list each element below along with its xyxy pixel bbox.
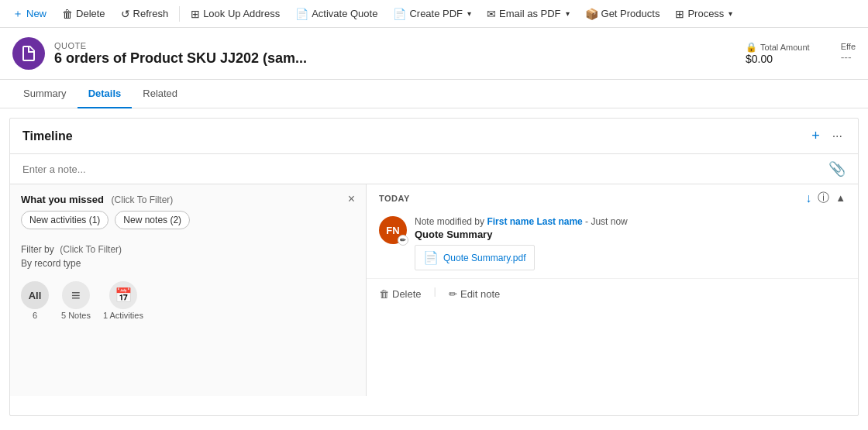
filter-click-hint[interactable]: (Click To Filter) bbox=[60, 244, 122, 255]
separator-1 bbox=[179, 6, 180, 22]
filter-section: Filter by (Click To Filter) By record ty… bbox=[10, 237, 366, 275]
feed-avatar-badge: ✏ bbox=[398, 235, 408, 246]
create-pdf-dropdown-arrow: ▾ bbox=[467, 9, 471, 18]
missed-filter-hint[interactable]: (Click To Filter) bbox=[112, 194, 174, 205]
filter-by-label: Filter by bbox=[21, 244, 54, 255]
missed-tag-notes[interactable]: New notes (2) bbox=[115, 211, 190, 229]
effective-value: --- bbox=[841, 51, 852, 64]
feed-delete-button[interactable]: 🗑 Delete bbox=[379, 285, 422, 303]
record-header: QUOTE 6 orders of Product SKU JJ202 (sam… bbox=[0, 28, 868, 80]
get-products-button[interactable]: 📦 Get Products bbox=[579, 5, 666, 23]
get-products-label: Get Products bbox=[601, 8, 660, 19]
feed-actions: ↓ ⓘ ▲ bbox=[805, 191, 846, 205]
refresh-button[interactable]: ↺ Refresh bbox=[115, 5, 175, 23]
feed-avatar: FN ✏ bbox=[379, 216, 407, 244]
tab-details[interactable]: Details bbox=[78, 80, 133, 108]
lookup-button[interactable]: ⊞ Look Up Address bbox=[184, 5, 286, 23]
missed-tag-activities[interactable]: New activities (1) bbox=[21, 211, 108, 229]
email-icon: ✉ bbox=[487, 8, 496, 20]
attachment-label: Quote Summary.pdf bbox=[443, 253, 526, 263]
missed-title-area: What you missed (Click To Filter) bbox=[21, 194, 173, 205]
total-amount-field: 🔒 Total Amount $0.00 bbox=[746, 42, 810, 65]
timeline-more-button[interactable]: ··· bbox=[829, 128, 846, 145]
filter-chip-all[interactable]: All 6 bbox=[21, 281, 49, 320]
avatar bbox=[12, 37, 45, 70]
plus-icon: ＋ bbox=[12, 7, 23, 21]
feed-attachment[interactable]: 📄 Quote Summary.pdf bbox=[415, 245, 535, 270]
top-bar: ＋ New 🗑 Delete ↺ Refresh ⊞ Look Up Addre… bbox=[0, 0, 868, 28]
tab-summary[interactable]: Summary bbox=[12, 80, 78, 108]
missed-title: What you missed bbox=[21, 194, 104, 205]
all-count: 6 bbox=[33, 311, 37, 320]
all-icon: All bbox=[21, 281, 49, 309]
create-pdf-button[interactable]: 📄 Create PDF ▾ bbox=[387, 5, 477, 23]
feed-meta: Note modified by First name Last name - … bbox=[415, 216, 846, 227]
missed-tags: New activities (1) New notes (2) bbox=[10, 211, 366, 237]
feed-info-button[interactable]: ⓘ bbox=[818, 191, 829, 205]
lock-icon: 🔒 bbox=[746, 42, 757, 53]
refresh-label: Refresh bbox=[133, 8, 169, 19]
refresh-icon: ↺ bbox=[121, 8, 130, 20]
by-record-label: By record type bbox=[21, 258, 355, 269]
tab-related[interactable]: Related bbox=[132, 80, 188, 108]
footer-separator: | bbox=[434, 285, 436, 303]
feed-date-label: TODAY ↓ ⓘ ▲ bbox=[367, 184, 858, 208]
activate-button[interactable]: 📄 Activate Quote bbox=[289, 5, 384, 23]
record-title: 6 orders of Product SKU JJ202 (sam... bbox=[54, 50, 736, 67]
feed-author: First name Last name bbox=[487, 216, 582, 227]
process-dropdown-arrow: ▾ bbox=[728, 9, 732, 18]
lookup-label: Look Up Address bbox=[203, 8, 280, 19]
notes-icon: ≡ bbox=[62, 281, 90, 309]
effective-label: Effe bbox=[841, 42, 856, 51]
email-dropdown-arrow: ▾ bbox=[566, 9, 570, 18]
edit-icon: ✏ bbox=[449, 288, 457, 300]
timeline-section: Timeline + ··· 📎 What you missed (Click … bbox=[9, 118, 859, 416]
products-icon: 📦 bbox=[585, 8, 598, 20]
feed-sort-button[interactable]: ↓ bbox=[805, 191, 811, 205]
timeline-note-input-area: 📎 bbox=[10, 154, 858, 184]
record-type: QUOTE bbox=[54, 41, 736, 50]
activities-icon: 📅 bbox=[109, 281, 137, 309]
lookup-icon: ⊞ bbox=[191, 8, 200, 20]
timeline-header: Timeline + ··· bbox=[10, 119, 858, 154]
activate-label: Activate Quote bbox=[312, 8, 377, 19]
total-amount-value: $0.00 bbox=[746, 53, 773, 65]
record-info: QUOTE 6 orders of Product SKU JJ202 (sam… bbox=[54, 41, 736, 67]
missed-header: What you missed (Click To Filter) × bbox=[10, 184, 366, 211]
feed-panel: TODAY ↓ ⓘ ▲ FN ✏ Note modified by First bbox=[367, 184, 858, 396]
record-type-filters: All 6 ≡ 5 Notes 📅 1 Activities bbox=[10, 275, 366, 326]
feed-content: Note modified by First name Last name - … bbox=[415, 216, 846, 270]
delete-label: Delete bbox=[76, 8, 105, 19]
pdf-icon: 📄 bbox=[393, 8, 406, 20]
total-amount-label: 🔒 Total Amount bbox=[746, 42, 810, 53]
main-content: Timeline + ··· 📎 What you missed (Click … bbox=[0, 108, 868, 425]
feed-subject: Quote Summary bbox=[415, 229, 846, 240]
process-label: Process bbox=[687, 8, 724, 19]
delete-button[interactable]: 🗑 Delete bbox=[56, 5, 112, 23]
new-button[interactable]: ＋ New bbox=[6, 4, 53, 24]
process-icon: ⊞ bbox=[675, 8, 684, 20]
feed-edit-note-button[interactable]: ✏ Edit note bbox=[449, 285, 500, 303]
feed-item: FN ✏ Note modified by First name Last na… bbox=[367, 208, 858, 279]
activate-icon: 📄 bbox=[295, 8, 308, 20]
filter-chip-notes[interactable]: ≡ 5 Notes bbox=[61, 281, 91, 320]
feed-footer: 🗑 Delete | ✏ Edit note bbox=[367, 279, 858, 309]
timeline-actions: + ··· bbox=[808, 126, 846, 146]
paperclip-icon: 📎 bbox=[828, 160, 846, 177]
email-pdf-button[interactable]: ✉ Email as PDF ▾ bbox=[480, 5, 575, 23]
activities-count: 1 Activities bbox=[103, 311, 143, 320]
filter-chip-activities[interactable]: 📅 1 Activities bbox=[103, 281, 143, 320]
pdf-attachment-icon: 📄 bbox=[423, 250, 439, 265]
missed-close-button[interactable]: × bbox=[348, 192, 355, 206]
timeline-title: Timeline bbox=[22, 129, 73, 143]
what-you-missed-panel: What you missed (Click To Filter) × New … bbox=[10, 184, 367, 396]
tabs-bar: Summary Details Related bbox=[0, 80, 868, 108]
create-pdf-label: Create PDF bbox=[409, 8, 463, 19]
feed-collapse-button[interactable]: ▲ bbox=[835, 192, 846, 204]
effective-field: Effe --- bbox=[841, 42, 856, 64]
process-button[interactable]: ⊞ Process ▾ bbox=[669, 5, 739, 23]
missed-section: What you missed (Click To Filter) × New … bbox=[10, 184, 858, 396]
record-meta: 🔒 Total Amount $0.00 Effe --- bbox=[746, 42, 856, 65]
timeline-note-field[interactable] bbox=[22, 163, 828, 175]
timeline-add-button[interactable]: + bbox=[808, 126, 823, 146]
